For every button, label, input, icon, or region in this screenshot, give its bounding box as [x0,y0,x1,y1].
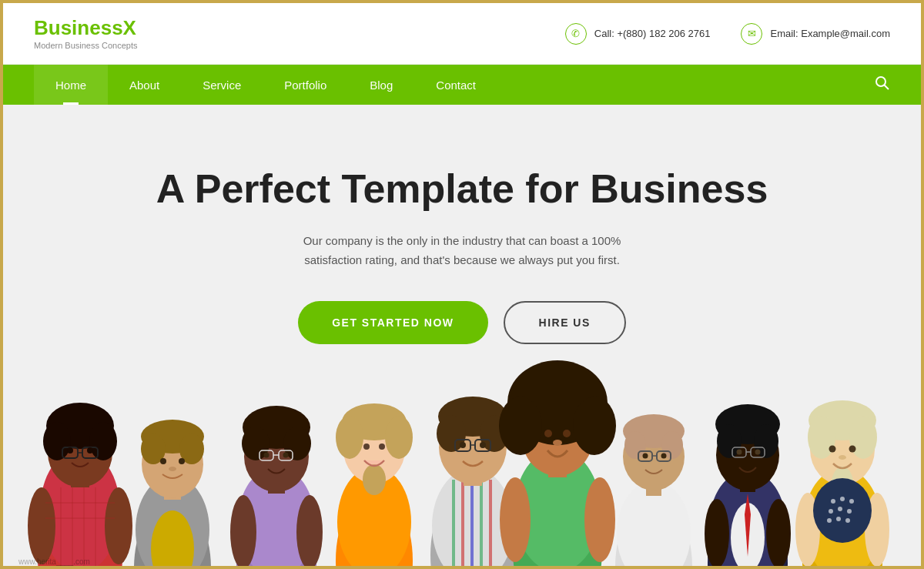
svg-point-15 [87,447,93,454]
svg-point-32 [169,467,176,471]
svg-point-85 [553,440,562,446]
svg-point-5 [105,487,132,564]
phone-label: Call: +(880) 182 206 2761 [594,28,711,39]
svg-point-136 [839,455,846,460]
svg-point-52 [336,416,363,459]
svg-point-56 [379,443,385,450]
contact-phone: ✆ Call: +(880) 182 206 2761 [565,23,711,45]
hero-subtitle: Our company is the only in the industry … [277,231,647,270]
nav-item-blog[interactable]: Blog [348,65,414,105]
svg-point-112 [737,450,742,455]
svg-point-126 [840,497,845,501]
svg-line-1 [885,85,889,89]
svg-point-82 [573,397,616,455]
svg-point-14 [67,447,73,454]
logo-x: X [123,16,136,39]
svg-point-124 [813,478,872,543]
svg-point-55 [363,443,370,450]
svg-point-133 [845,518,850,523]
logo-area: BusinessX Modern Business Concepts [34,17,138,50]
nav-item-portfolio[interactable]: Portfolio [263,65,348,105]
svg-point-132 [836,517,841,521]
hero-people [3,356,921,569]
logo-subtitle: Modern Business Concepts [34,41,138,50]
svg-point-53 [385,416,413,459]
header: BusinessX Modern Business Concepts ✆ Cal… [3,3,921,65]
svg-point-36 [296,495,323,569]
svg-point-30 [160,458,166,464]
svg-point-45 [264,453,270,458]
svg-point-72 [460,442,466,448]
svg-point-128 [829,509,833,514]
hero-section: A Perfect Template for Business Our comp… [3,105,921,569]
logo-main: Business [34,16,123,39]
header-contact: ✆ Call: +(880) 182 206 2761 ✉ Email: Exa… [565,23,890,45]
email-icon: ✉ [741,23,762,45]
svg-point-103 [766,499,791,568]
logo[interactable]: BusinessX [34,17,138,39]
svg-point-130 [847,509,852,514]
hero-buttons: GET STARTED NOW HIRE US [156,301,768,344]
svg-point-96 [643,454,648,459]
svg-point-135 [849,446,856,453]
search-icon[interactable] [875,75,890,95]
email-label: Email: Example@mail.com [770,28,890,39]
svg-point-31 [179,458,185,464]
nav-item-service[interactable]: Service [181,65,263,105]
svg-point-35 [230,495,256,569]
hero-title: A Perfect Template for Business [156,166,768,213]
phone-icon: ✆ [565,23,587,45]
nav-item-home[interactable]: Home [34,65,108,105]
contact-email: ✉ Email: Example@mail.com [741,23,890,45]
watermark: www.herita____.com [18,557,90,566]
get-started-button[interactable]: GET STARTED NOW [298,301,487,344]
svg-point-127 [849,499,854,504]
svg-point-76 [500,477,531,562]
svg-point-102 [705,499,729,568]
svg-point-10 [89,422,117,460]
svg-point-131 [827,518,832,523]
svg-point-46 [283,453,289,458]
hire-us-button[interactable]: HIRE US [504,301,626,344]
svg-point-121 [808,416,835,459]
svg-point-0 [876,77,886,86]
page-container: BusinessX Modern Business Concepts ✆ Cal… [0,0,924,569]
people-illustration [3,356,921,569]
nav-links: Home About Service Portfolio Blog Contac… [34,65,875,105]
svg-point-73 [480,442,486,448]
svg-point-4 [28,487,55,564]
svg-point-125 [831,499,835,504]
svg-point-113 [755,450,761,455]
svg-point-122 [849,416,877,459]
svg-point-83 [544,430,552,437]
svg-point-81 [499,397,542,455]
svg-point-84 [563,430,571,437]
svg-point-9 [43,422,71,460]
svg-point-97 [661,454,667,459]
svg-point-134 [829,446,836,453]
navbar: Home About Service Portfolio Blog Contac… [3,65,921,105]
hero-content: A Perfect Template for Business Our comp… [156,105,768,383]
nav-item-about[interactable]: About [108,65,181,105]
svg-point-77 [584,477,615,562]
nav-item-contact[interactable]: Contact [414,65,497,105]
svg-point-129 [838,507,842,511]
svg-point-54 [363,464,386,495]
